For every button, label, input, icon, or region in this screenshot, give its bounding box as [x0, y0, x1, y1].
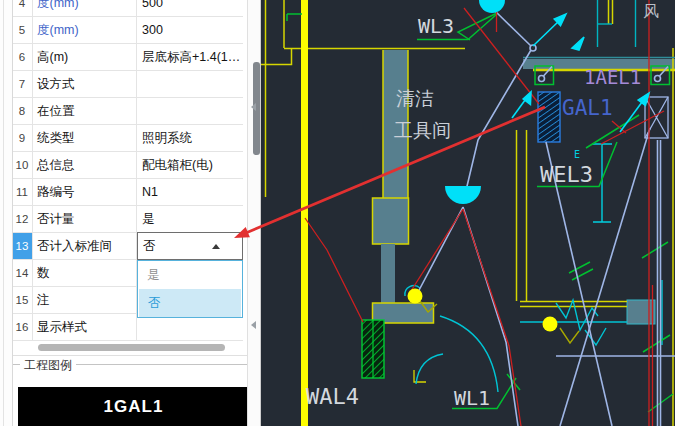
- wl3-label: WL3: [418, 14, 454, 38]
- gal1-label: GAL1: [562, 96, 613, 120]
- row-label: 显示样式: [33, 314, 137, 340]
- property-row-selected[interactable]: 13 否计入标准间 否: [12, 233, 243, 260]
- row-value[interactable]: 照明系统: [137, 125, 243, 151]
- row-label: 在位置: [33, 98, 137, 124]
- property-row[interactable]: 11 路编号 N1: [12, 179, 243, 206]
- property-panel: 4 度(mm) 500 5 度(mm) 300 6 高(m) 层底标高+1.4(…: [0, 0, 247, 426]
- row-value[interactable]: 配电箱柜(电): [137, 152, 243, 178]
- property-row[interactable]: 10 总信息 配电箱柜(电): [12, 152, 243, 179]
- room-name-line2: 工具间: [394, 119, 451, 141]
- row-label: 数: [33, 260, 137, 286]
- row-number: 14: [12, 260, 33, 286]
- row-number: 16: [12, 314, 33, 340]
- property-row[interactable]: 5 度(mm) 300: [12, 17, 243, 44]
- room-name-line1: 清洁: [396, 87, 434, 109]
- legend-symbol-text: 1GAL1: [104, 397, 164, 417]
- collapse-left-icon[interactable]: [251, 321, 256, 329]
- horizontal-scrollbar[interactable]: [12, 343, 243, 352]
- row-label: 路编号: [33, 179, 137, 205]
- wel3-label: WEL3: [540, 162, 593, 187]
- property-row[interactable]: 8 在位置: [12, 98, 243, 125]
- row-number: 9: [12, 125, 33, 151]
- property-row[interactable]: 6 高(m) 层底标高+1.4(1…: [12, 44, 243, 71]
- row-label: 否计入标准间: [33, 233, 137, 259]
- row-label: 总信息: [33, 152, 137, 178]
- dropdown-list: 是 否: [137, 260, 243, 318]
- panel-divider: [0, 355, 247, 356]
- panel-left-gutter: [0, 0, 13, 426]
- property-row[interactable]: 4 度(mm) 500: [12, 0, 243, 17]
- row-value[interactable]: 300: [137, 17, 243, 43]
- row-label: 度(mm): [33, 17, 137, 43]
- value-combobox[interactable]: 否: [137, 232, 243, 260]
- round-light: [408, 289, 423, 304]
- dropdown-option-no[interactable]: 否: [139, 289, 241, 317]
- row-number: 8: [12, 98, 33, 124]
- row-value[interactable]: [137, 98, 243, 124]
- row-value[interactable]: N1: [137, 179, 243, 205]
- fan-label: 风: [643, 2, 659, 21]
- row-number: 15: [12, 287, 33, 313]
- wl1-label: WL1: [454, 386, 490, 410]
- combobox-value: 否: [143, 238, 156, 255]
- gal1-panel-symbol[interactable]: [538, 92, 560, 142]
- property-row[interactable]: 16 显示样式: [12, 314, 243, 341]
- property-row[interactable]: 7 设方式: [12, 71, 243, 98]
- row-value[interactable]: 是: [137, 206, 243, 232]
- wal4-label: WAL4: [306, 384, 359, 409]
- horizontal-scrollbar-thumb[interactable]: [38, 344, 225, 351]
- row-value[interactable]: 层底标高+1.4(1…: [137, 44, 243, 70]
- row-label: 度(mm): [33, 0, 137, 16]
- row-label: 设方式: [33, 71, 137, 97]
- row-number: 5: [12, 17, 33, 43]
- legend-preview: 1GAL1: [18, 387, 249, 426]
- row-number: 10: [12, 152, 33, 178]
- row-value[interactable]: 500: [137, 0, 243, 16]
- ael1-label: 1AEL1: [584, 66, 641, 88]
- row-number: 13: [12, 233, 33, 259]
- cad-canvas[interactable]: WL3 清洁 工具间 1AEL1 GAL1 WEL3 WAL4 WL1 风 E: [261, 0, 675, 426]
- row-label: 否计量: [33, 206, 137, 232]
- row-number: 11: [12, 179, 33, 205]
- row-label: 统类型: [33, 125, 137, 151]
- row-value[interactable]: [137, 71, 243, 97]
- dropdown-option-yes[interactable]: 是: [138, 261, 242, 289]
- panel-splitter[interactable]: [247, 0, 261, 426]
- e-mark-label: E: [574, 149, 580, 160]
- property-row[interactable]: 12 否计量 是: [12, 206, 243, 233]
- row-number: 12: [12, 206, 33, 232]
- legend-group-title: 工程图例: [20, 357, 76, 374]
- property-row[interactable]: 9 统类型 照明系统: [12, 125, 243, 152]
- chevron-up-icon[interactable]: [212, 244, 220, 249]
- row-number: 7: [12, 71, 33, 97]
- feeder-line: [301, 0, 308, 426]
- collapse-left-icon[interactable]: [251, 103, 256, 111]
- row-label: 高(m): [33, 44, 137, 70]
- row-label: 注: [33, 287, 137, 313]
- round-light: [543, 317, 558, 332]
- row-number: 6: [12, 44, 33, 70]
- row-number: 4: [12, 0, 33, 16]
